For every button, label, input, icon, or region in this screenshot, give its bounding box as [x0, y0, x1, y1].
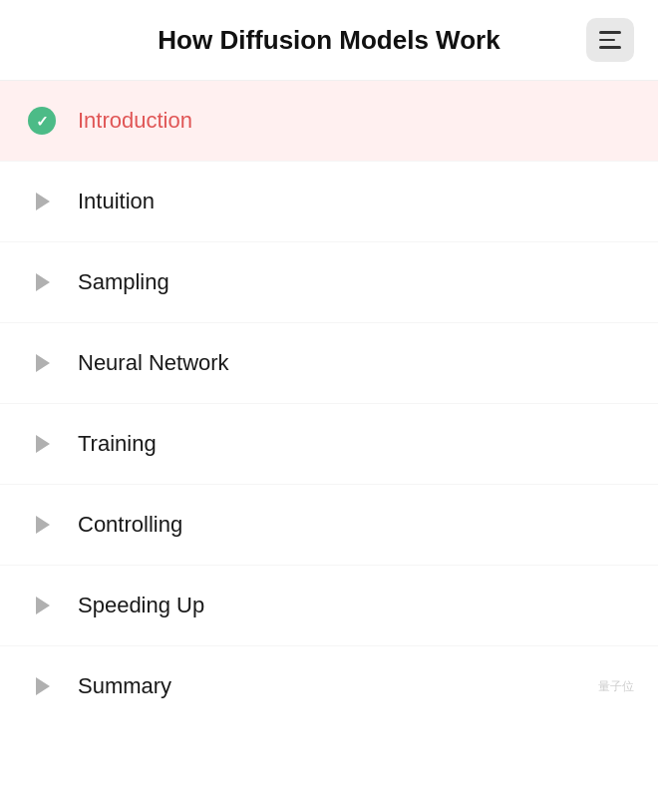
play-icon-sampling — [24, 264, 60, 300]
menu-button[interactable] — [586, 18, 634, 62]
menu-icon-line-1 — [599, 31, 621, 34]
nav-item-label-intuition: Intuition — [78, 189, 155, 214]
nav-item-speeding-up[interactable]: Speeding Up — [0, 566, 658, 646]
play-icon-summary — [24, 668, 60, 704]
nav-item-label-controlling: Controlling — [78, 512, 182, 538]
nav-item-introduction[interactable]: ✓ Introduction — [0, 81, 658, 162]
play-icon-intuition — [24, 184, 60, 219]
play-icon-speeding-up — [24, 588, 60, 623]
play-icon-neural-network — [24, 345, 60, 381]
nav-item-label-sampling: Sampling — [78, 269, 169, 295]
nav-item-label-introduction: Introduction — [78, 108, 192, 134]
nav-item-label-neural-network: Neural Network — [78, 350, 229, 376]
nav-item-summary[interactable]: Summary 量子位 — [0, 646, 658, 726]
nav-item-intuition[interactable]: Intuition — [0, 162, 658, 242]
play-icon-controlling — [24, 507, 60, 543]
menu-icon-line-2 — [599, 39, 615, 42]
nav-item-label-speeding-up: Speeding Up — [78, 593, 204, 618]
completed-icon: ✓ — [24, 103, 60, 139]
nav-item-label-summary: Summary — [78, 673, 171, 699]
page-header: How Diffusion Models Work — [0, 0, 658, 81]
watermark: 量子位 — [598, 678, 634, 695]
nav-item-controlling[interactable]: Controlling — [0, 485, 658, 566]
play-icon-training — [24, 426, 60, 462]
nav-item-neural-network[interactable]: Neural Network — [0, 323, 658, 404]
nav-item-sampling[interactable]: Sampling — [0, 242, 658, 323]
nav-item-training[interactable]: Training — [0, 404, 658, 485]
course-navigation: ✓ Introduction Intuition Sampling Neural… — [0, 81, 658, 726]
menu-icon-line-3 — [599, 46, 621, 49]
nav-item-label-training: Training — [78, 431, 157, 457]
page-title: How Diffusion Models Work — [72, 25, 586, 56]
